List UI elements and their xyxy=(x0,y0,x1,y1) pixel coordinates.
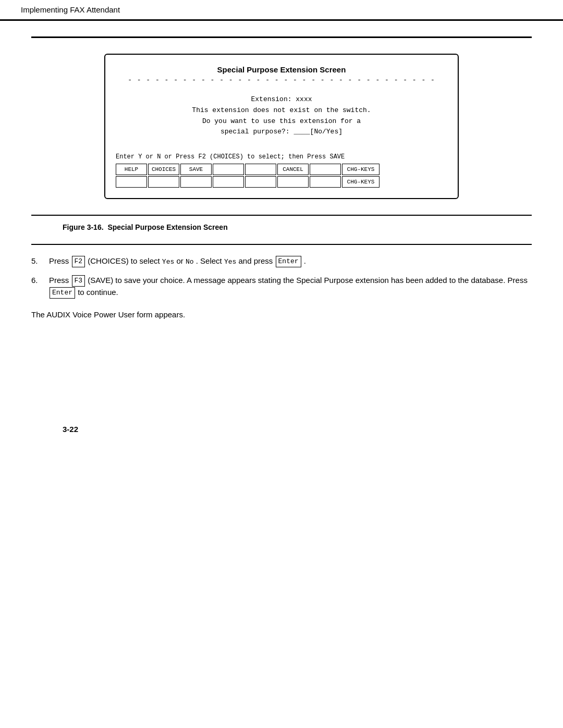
step-6-text-after: to continue. xyxy=(78,288,118,297)
step-5-content: Press F2 (CHOICES) to select Yes or No .… xyxy=(49,255,532,267)
step-5-text-before: (CHOICES) to select xyxy=(88,256,162,265)
page-number: 3-22 xyxy=(63,425,563,434)
figure-rule xyxy=(31,215,532,216)
fkey-choices[interactable]: CHOICES xyxy=(148,164,179,175)
code-yes-2: Yes xyxy=(224,258,236,266)
fkey2-empty-7 xyxy=(310,176,341,188)
list-item-5: 5. Press F2 (CHOICES) to select Yes or N… xyxy=(31,255,532,267)
main-content: Special Purpose Extension Screen - - - -… xyxy=(0,21,563,341)
screen-line-3: Do you want to use this extension for a xyxy=(116,116,447,127)
enter-key-2[interactable]: Enter xyxy=(50,287,75,299)
top-rule xyxy=(31,36,532,38)
fkey-save[interactable]: SAVE xyxy=(180,164,212,175)
screen-box: Special Purpose Extension Screen - - - -… xyxy=(104,54,459,199)
fkey2-empty-6 xyxy=(277,176,309,188)
screen-line-1: Extension: xxxx xyxy=(116,94,447,105)
step-5-text-mid: or xyxy=(176,256,186,265)
f2-key[interactable]: F2 xyxy=(72,256,85,267)
page-header: Implementing FAX Attendant xyxy=(0,0,563,21)
screen-dashes: - - - - - - - - - - - - - - - - - - - - … xyxy=(116,76,447,84)
fkey-chgkeys-2[interactable]: CHG-KEYS xyxy=(342,176,380,188)
f3-key[interactable]: F3 xyxy=(72,275,85,287)
figure-label: Figure 3-16. Special Purpose Extension S… xyxy=(63,223,228,231)
fkey2-empty-2 xyxy=(148,176,179,188)
press-label-6: Press xyxy=(49,276,71,285)
screen-line-2: This extension does not exist on the swi… xyxy=(116,105,447,116)
fkey-empty-3 xyxy=(310,164,341,175)
numbered-list: 5. Press F2 (CHOICES) to select Yes or N… xyxy=(31,255,532,298)
screen-title: Special Purpose Extension Screen xyxy=(116,65,447,74)
fkey2-empty-4 xyxy=(213,176,244,188)
separator-rule xyxy=(31,244,532,245)
audix-paragraph: The AUDIX Voice Power User form appears. xyxy=(31,309,532,321)
step-5-number: 5. xyxy=(31,255,44,267)
fkey2-empty-1 xyxy=(116,176,147,188)
fkey-help[interactable]: HELP xyxy=(116,164,147,175)
step-5-text-final: . xyxy=(304,256,306,265)
fkey-empty-2 xyxy=(245,164,276,175)
screen-body: Extension: xxxx This extension does not … xyxy=(116,94,447,138)
step-5-text-end: and press xyxy=(238,256,275,265)
fkey-cancel[interactable]: CANCEL xyxy=(277,164,309,175)
fkey2-empty-5 xyxy=(245,176,276,188)
screen-footer-text: Enter Y or N or Press F2 (CHOICES) to se… xyxy=(116,153,447,161)
fkey2-empty-3 xyxy=(180,176,212,188)
list-item-6: 6. Press F3 (SAVE) to save your choice. … xyxy=(31,275,532,299)
screen-function-keys: HELP CHOICES SAVE CANCEL CHG-KEYS CHG-KE… xyxy=(116,164,447,188)
fkey-row-1: HELP CHOICES SAVE CANCEL CHG-KEYS xyxy=(116,164,447,175)
fkey-chgkeys-1[interactable]: CHG-KEYS xyxy=(342,164,380,175)
enter-key-1[interactable]: Enter xyxy=(276,256,301,267)
figure-caption: Figure 3-16. Special Purpose Extension S… xyxy=(63,223,532,231)
screen-line-4: special purpose?: ____[No/Yes] xyxy=(116,127,447,138)
press-label-5: Press xyxy=(49,256,71,265)
header-title: Implementing FAX Attendant xyxy=(21,5,120,14)
fkey-empty-1 xyxy=(213,164,244,175)
step-5-text-after: . Select xyxy=(196,256,224,265)
code-yes-1: Yes xyxy=(162,258,174,266)
fkey-row-2: CHG-KEYS xyxy=(116,176,447,188)
code-no: No xyxy=(186,258,194,266)
step-6-number: 6. xyxy=(31,275,44,299)
step-6-text-before: (SAVE) to save your choice. A message ap… xyxy=(88,276,528,285)
step-6-content: Press F3 (SAVE) to save your choice. A m… xyxy=(49,275,532,299)
